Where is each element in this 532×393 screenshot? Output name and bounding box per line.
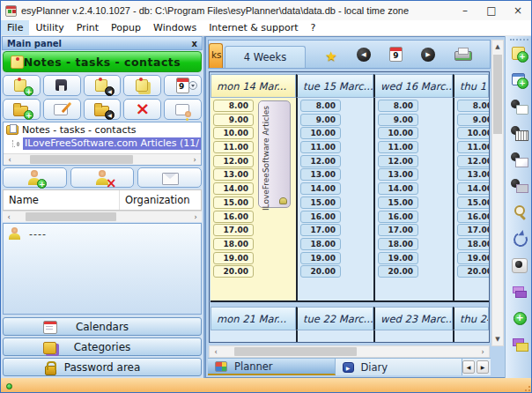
scroll-left-icon[interactable]: ‹	[4, 154, 16, 165]
time-slot[interactable]: 16.00	[378, 211, 418, 223]
time-slot[interactable]: 20.00	[457, 265, 489, 278]
time-slot[interactable]: 9.00	[300, 114, 341, 126]
panel-close-icon[interactable]: x	[192, 39, 197, 48]
day-column[interactable]: 8.009.0010.0011.0012.0013.0014.0015.0016…	[296, 98, 373, 300]
scroll-thumb[interactable]	[493, 55, 502, 134]
password-area-button[interactable]: Password area	[3, 358, 202, 376]
day-header[interactable]: wed 23 Marc...	[373, 307, 453, 330]
day-column[interactable]: 8.009.0010.0011.0012.0013.0014.0015.0016…	[373, 98, 453, 300]
calendar-picker-button[interactable]	[164, 75, 202, 96]
clock-mail-icon[interactable]	[511, 151, 528, 168]
scroll-right-icon[interactable]: ›	[188, 154, 201, 165]
favorite-star-icon[interactable]	[324, 48, 338, 62]
day-header[interactable]: mon 14 Mar...	[211, 74, 296, 98]
scroll-right-icon[interactable]: ›	[477, 346, 489, 357]
calendars-button[interactable]: Calendars	[3, 317, 202, 336]
scroll-left-icon[interactable]: ‹	[210, 346, 222, 357]
today-calendar-icon[interactable]	[389, 47, 403, 62]
time-slot[interactable]: 9.00	[213, 114, 254, 126]
scroll-thumb[interactable]	[26, 212, 116, 221]
time-slot[interactable]: 20.00	[213, 265, 254, 278]
next-week-button[interactable]: ▶	[421, 48, 435, 62]
tab-2weeks-partial[interactable]: ks	[209, 43, 223, 68]
day-header[interactable]: tue 22 Marc...	[296, 307, 373, 330]
add-event-icon[interactable]	[511, 71, 528, 89]
time-slot[interactable]: 17.00	[213, 224, 254, 236]
time-slot[interactable]: 19.00	[300, 252, 341, 264]
scroll-thumb[interactable]	[30, 155, 134, 164]
time-slot[interactable]: 11.00	[213, 141, 254, 153]
time-slot[interactable]: 16.00	[300, 211, 341, 223]
time-slot[interactable]: 16.00	[457, 211, 489, 223]
add-icon[interactable]	[511, 309, 528, 327]
time-slot[interactable]: 10.00	[300, 127, 341, 139]
scroll-down-icon[interactable]: ▼	[492, 333, 503, 345]
notes-list-button[interactable]	[123, 75, 161, 96]
time-slot[interactable]: 18.00	[213, 238, 254, 250]
time-slot[interactable]: 8.00	[378, 100, 418, 112]
menu-?[interactable]: ?	[305, 20, 322, 35]
titlebar[interactable]: esyPlanner v.2.4.10.1027 - db: C:\Progra…	[1, 1, 531, 20]
tree-root-item[interactable]: Notes - tasks - contacts	[4, 122, 201, 136]
day-column[interactable]	[211, 330, 296, 342]
time-slot[interactable]: 8.00	[213, 100, 254, 112]
scroll-right-icon[interactable]: ›	[189, 211, 202, 222]
day-header[interactable]: wed 16 Marc...	[373, 74, 453, 98]
time-slot[interactable]: 8.00	[300, 100, 341, 112]
day-header[interactable]: thu 24	[453, 307, 489, 330]
delete-button[interactable]	[123, 99, 161, 120]
scroll-track[interactable]	[16, 154, 188, 165]
time-slot[interactable]: 13.00	[213, 168, 254, 181]
time-slot[interactable]: 14.00	[300, 182, 341, 195]
time-slot[interactable]: 14.00	[457, 182, 489, 195]
prev-week-button[interactable]: ◀	[357, 48, 371, 62]
search-icon[interactable]	[511, 204, 528, 221]
day-column[interactable]	[373, 330, 453, 342]
time-slot[interactable]: 14.00	[378, 182, 418, 195]
menu-file[interactable]: File	[1, 20, 29, 35]
tab-diary[interactable]: ▶Diary	[336, 359, 463, 375]
time-slot[interactable]: 9.00	[457, 114, 489, 126]
scroll-track[interactable]	[492, 53, 503, 333]
time-slot[interactable]: 19.00	[378, 252, 418, 264]
menu-windows[interactable]: Windows	[147, 20, 203, 35]
day-header[interactable]: mon 21 Mar...	[211, 307, 296, 330]
day-header[interactable]: thu 17	[453, 74, 489, 98]
time-slot[interactable]: 8.00	[457, 100, 489, 112]
time-slot[interactable]: 11.00	[457, 141, 489, 153]
menu-utility[interactable]: Utility	[29, 20, 70, 35]
notes-tasks-contacts-button[interactable]: Notes - tasks - contacts	[3, 51, 202, 72]
menu-internet-support[interactable]: Internet & support	[203, 20, 304, 35]
time-slot[interactable]: 12.00	[213, 155, 254, 167]
tree-hscrollbar[interactable]: ‹ ›	[4, 153, 201, 165]
clock-list-icon[interactable]	[511, 177, 528, 195]
resize-grip-icon[interactable]	[522, 383, 531, 392]
time-slot[interactable]: 18.00	[300, 238, 341, 250]
time-slot[interactable]: 11.00	[300, 141, 341, 153]
time-slot[interactable]: 20.00	[378, 265, 418, 278]
time-slot[interactable]: 9.00	[378, 114, 418, 126]
time-slot[interactable]: 19.00	[213, 252, 254, 264]
add-contact-button[interactable]: +	[3, 167, 67, 188]
time-slot[interactable]: 13.00	[457, 168, 489, 181]
time-slot[interactable]: 10.00	[378, 127, 418, 139]
restore-note-button[interactable]: ◀	[84, 75, 122, 96]
delete-contact-button[interactable]: ×	[70, 167, 135, 188]
tab-4weeks[interactable]: 4 Weeks	[225, 46, 306, 68]
time-slot[interactable]: 11.00	[378, 141, 418, 153]
camera-icon[interactable]	[511, 256, 528, 274]
refresh-icon[interactable]	[511, 230, 528, 248]
menu-popup[interactable]: Popup	[105, 20, 147, 35]
menu-print[interactable]: Print	[70, 20, 105, 35]
time-slot[interactable]: 18.00	[457, 238, 489, 250]
column-name[interactable]: Name	[4, 190, 120, 210]
layers-icon[interactable]	[511, 283, 528, 300]
tab-scroll-right-icon[interactable]: ▶	[477, 360, 489, 374]
event-banner[interactable]: ILoveFreeSoftware Articles	[258, 100, 291, 208]
layers-alt-icon[interactable]	[511, 336, 528, 353]
time-slot[interactable]: 17.00	[457, 224, 489, 236]
tab-planner[interactable]: Planner	[208, 359, 336, 375]
time-slot[interactable]: 17.00	[378, 224, 418, 236]
maximize-button[interactable]: □	[478, 1, 505, 20]
tab-scroll-left-icon[interactable]: ◀	[462, 360, 475, 374]
